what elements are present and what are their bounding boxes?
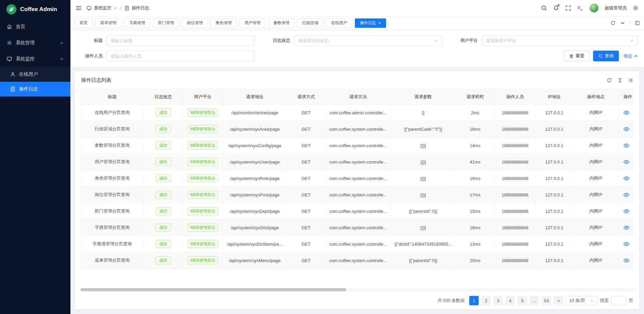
tab-item[interactable]: 首页 <box>74 18 93 28</box>
cell-platform: WEB管理后台 <box>183 105 223 121</box>
chevron-down-icon <box>590 299 594 303</box>
cell-params: [{"dictId":140647326180950... <box>391 236 456 252</box>
sidebar-item-home[interactable]: 首页 <box>0 19 70 35</box>
tab-label: 菜单管理 <box>100 20 116 26</box>
username[interactable]: 超级管理员 <box>605 5 627 11</box>
cell-params: [{}] <box>391 187 456 203</box>
log-table: 标题日志状态用户平台请求地址请求方式请求方法请求参数请求耗时操作人员IP地址操作… <box>80 89 634 269</box>
status-badge: 成功 <box>156 256 171 265</box>
search-button[interactable]: 查询 <box>593 51 619 61</box>
tab-item[interactable]: 字典管理 <box>124 18 150 28</box>
gear-icon <box>7 40 12 46</box>
tab-item[interactable]: 在线用户 <box>326 18 352 28</box>
breadcrumb-parent[interactable]: 系统监控 <box>94 5 111 11</box>
chevron-down-icon[interactable] <box>114 6 117 10</box>
operator-input[interactable] <box>111 54 251 59</box>
avatar[interactable] <box>589 3 599 13</box>
jump-prefix: 跳至 <box>600 298 609 304</box>
fullscreen-icon[interactable] <box>565 5 571 11</box>
scrollbar-thumb[interactable] <box>80 288 346 291</box>
cell-action <box>619 105 634 121</box>
page-size-select[interactable]: 10 条/页 <box>566 296 597 305</box>
tab-item[interactable]: 岗位管理 <box>182 18 208 28</box>
notification-bell-icon[interactable] <box>553 5 559 11</box>
sidebar-submenu: 在线用户 操作日志 <box>0 67 70 97</box>
logo[interactable]: Coffee Admin <box>0 0 70 19</box>
layout-panel-icon[interactable] <box>635 20 640 25</box>
sidebar-item-system-management[interactable]: 系统管理 <box>0 35 70 51</box>
tab-item[interactable]: 操作日志× <box>355 18 386 28</box>
refresh-icon[interactable] <box>607 78 612 83</box>
refresh-icon[interactable] <box>610 20 615 25</box>
tab-item[interactable]: 用户管理 <box>239 18 266 28</box>
tab-item[interactable]: 角色管理 <box>211 18 237 28</box>
view-detail-eye-icon[interactable] <box>624 176 629 181</box>
svg-text:A: A <box>581 8 583 11</box>
cell-status: 成功 <box>144 203 183 219</box>
view-detail-eye-icon[interactable] <box>624 159 629 165</box>
tab-item[interactable]: 参数管理 <box>268 18 294 28</box>
sidebar-collapse-icon[interactable] <box>76 5 82 11</box>
column-settings-gear-icon[interactable] <box>628 78 633 83</box>
view-detail-eye-icon[interactable] <box>624 258 629 263</box>
table-row: 部门管理分页查询成功WEB管理后台/api/system/sysDept/pag… <box>81 203 634 219</box>
collapse-filters-button[interactable]: 收起 <box>624 53 638 59</box>
tab-item[interactable]: 行政区域 <box>297 18 323 28</box>
cell-platform: WEB管理后台 <box>183 154 223 170</box>
cell-ip: 127.0.0.1 <box>536 252 573 269</box>
page-button[interactable]: 4 <box>505 296 515 305</box>
view-detail-eye-icon[interactable] <box>624 241 629 247</box>
cell-time: 41ms <box>456 154 495 170</box>
tab-close-icon[interactable]: × <box>378 21 381 25</box>
column-header: 请求耗时 <box>456 89 495 105</box>
view-detail-eye-icon[interactable] <box>624 143 629 148</box>
view-detail-eye-icon[interactable] <box>624 208 629 214</box>
view-detail-eye-icon[interactable] <box>624 192 629 198</box>
total-count: 共 530 条数据 <box>437 298 465 304</box>
platform-select-input[interactable] <box>486 38 628 43</box>
page-button[interactable]: 3 <box>493 296 503 305</box>
page-button[interactable]: 1 <box>469 296 479 305</box>
jump-page-input[interactable] <box>611 296 627 305</box>
translate-icon[interactable]: 文A <box>577 5 583 11</box>
platform-badge: WEB管理后台 <box>187 207 218 215</box>
platform-select[interactable] <box>482 35 638 46</box>
sidebar-item-system-monitor[interactable]: 系统监控 <box>0 51 70 67</box>
settings-gear-icon[interactable] <box>633 5 639 11</box>
next-page-button[interactable]: > <box>554 296 563 305</box>
view-detail-eye-icon[interactable] <box>624 126 629 132</box>
tab-item[interactable]: 菜单管理 <box>95 18 121 28</box>
status-badge: 成功 <box>156 224 171 232</box>
chevron-down-icon[interactable] <box>620 20 625 25</box>
page-button[interactable]: 2 <box>481 296 491 305</box>
column-header: 请求方法 <box>326 89 391 105</box>
trash-icon <box>569 54 574 58</box>
table-row: 参数管理分页查询成功WEB管理后台/api/system/sysConfig/p… <box>81 137 634 154</box>
title-input-wrap <box>107 35 255 46</box>
search-icon[interactable] <box>541 5 547 11</box>
cell-method: GET <box>287 154 326 170</box>
page-button[interactable]: 5 <box>518 296 527 305</box>
reset-button[interactable]: 重置 <box>564 51 590 61</box>
tab-label: 角色管理 <box>216 20 232 26</box>
sidebar-item-label: 在线用户 <box>19 71 38 77</box>
cell-params: [{"parentCode":"0"}] <box>391 121 456 137</box>
sidebar-item-online-users[interactable]: 在线用户 <box>0 67 70 82</box>
breadcrumb-separator: / <box>119 6 122 11</box>
cell-ip: 127.0.0.1 <box>536 203 573 219</box>
status-select-input[interactable] <box>298 38 432 43</box>
cell-method: GET <box>287 187 326 203</box>
tab-label: 首页 <box>79 20 88 26</box>
sidebar-item-operation-logs[interactable]: 操作日志 <box>0 82 70 97</box>
title-input[interactable] <box>111 38 251 43</box>
view-detail-eye-icon[interactable] <box>624 225 629 231</box>
horizontal-scrollbar[interactable] <box>80 288 634 291</box>
page-ellipsis[interactable]: ... <box>530 296 539 305</box>
view-detail-eye-icon[interactable] <box>624 110 629 116</box>
table-row: 字典管理分页查询成功WEB管理后台/api/system/sysDict/pag… <box>81 219 634 236</box>
page-button[interactable]: 53 <box>542 296 551 305</box>
tab-item[interactable]: 部门管理 <box>153 18 179 28</box>
status-select[interactable] <box>294 35 442 46</box>
cell-func: com.coffee.system.controlle... <box>326 154 391 170</box>
row-density-icon[interactable] <box>618 78 623 83</box>
